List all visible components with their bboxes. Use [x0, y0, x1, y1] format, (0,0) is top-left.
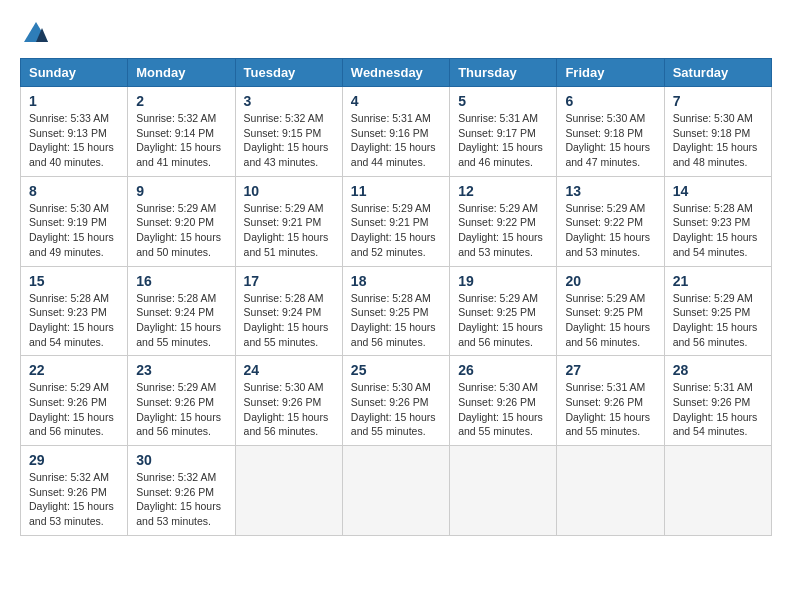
day-info: Sunrise: 5:30 AM Sunset: 9:18 PM Dayligh…	[673, 111, 763, 170]
day-number: 30	[136, 452, 226, 468]
calendar-cell	[235, 446, 342, 536]
calendar-cell: 16Sunrise: 5:28 AM Sunset: 9:24 PM Dayli…	[128, 266, 235, 356]
col-monday: Monday	[128, 59, 235, 87]
calendar-cell: 10Sunrise: 5:29 AM Sunset: 9:21 PM Dayli…	[235, 176, 342, 266]
day-info: Sunrise: 5:30 AM Sunset: 9:26 PM Dayligh…	[458, 380, 548, 439]
day-info: Sunrise: 5:28 AM Sunset: 9:23 PM Dayligh…	[29, 291, 119, 350]
day-info: Sunrise: 5:28 AM Sunset: 9:23 PM Dayligh…	[673, 201, 763, 260]
calendar-header-row: Sunday Monday Tuesday Wednesday Thursday…	[21, 59, 772, 87]
calendar-cell: 26Sunrise: 5:30 AM Sunset: 9:26 PM Dayli…	[450, 356, 557, 446]
calendar-week-row: 8Sunrise: 5:30 AM Sunset: 9:19 PM Daylig…	[21, 176, 772, 266]
day-number: 16	[136, 273, 226, 289]
calendar-cell	[664, 446, 771, 536]
day-info: Sunrise: 5:31 AM Sunset: 9:26 PM Dayligh…	[565, 380, 655, 439]
day-info: Sunrise: 5:28 AM Sunset: 9:24 PM Dayligh…	[244, 291, 334, 350]
day-number: 8	[29, 183, 119, 199]
calendar-cell: 8Sunrise: 5:30 AM Sunset: 9:19 PM Daylig…	[21, 176, 128, 266]
calendar-cell: 24Sunrise: 5:30 AM Sunset: 9:26 PM Dayli…	[235, 356, 342, 446]
day-number: 13	[565, 183, 655, 199]
day-info: Sunrise: 5:32 AM Sunset: 9:26 PM Dayligh…	[29, 470, 119, 529]
day-info: Sunrise: 5:32 AM Sunset: 9:14 PM Dayligh…	[136, 111, 226, 170]
day-info: Sunrise: 5:29 AM Sunset: 9:21 PM Dayligh…	[351, 201, 441, 260]
calendar-cell: 1Sunrise: 5:33 AM Sunset: 9:13 PM Daylig…	[21, 87, 128, 177]
logo	[20, 20, 50, 48]
calendar-cell: 5Sunrise: 5:31 AM Sunset: 9:17 PM Daylig…	[450, 87, 557, 177]
day-number: 21	[673, 273, 763, 289]
calendar-cell: 28Sunrise: 5:31 AM Sunset: 9:26 PM Dayli…	[664, 356, 771, 446]
calendar-cell	[557, 446, 664, 536]
day-info: Sunrise: 5:33 AM Sunset: 9:13 PM Dayligh…	[29, 111, 119, 170]
day-info: Sunrise: 5:32 AM Sunset: 9:15 PM Dayligh…	[244, 111, 334, 170]
day-number: 6	[565, 93, 655, 109]
day-number: 11	[351, 183, 441, 199]
day-number: 19	[458, 273, 548, 289]
day-info: Sunrise: 5:29 AM Sunset: 9:25 PM Dayligh…	[565, 291, 655, 350]
day-info: Sunrise: 5:29 AM Sunset: 9:25 PM Dayligh…	[458, 291, 548, 350]
day-info: Sunrise: 5:31 AM Sunset: 9:26 PM Dayligh…	[673, 380, 763, 439]
day-number: 26	[458, 362, 548, 378]
day-number: 17	[244, 273, 334, 289]
col-tuesday: Tuesday	[235, 59, 342, 87]
calendar-cell: 19Sunrise: 5:29 AM Sunset: 9:25 PM Dayli…	[450, 266, 557, 356]
day-number: 22	[29, 362, 119, 378]
day-number: 10	[244, 183, 334, 199]
calendar-cell: 17Sunrise: 5:28 AM Sunset: 9:24 PM Dayli…	[235, 266, 342, 356]
calendar-cell: 13Sunrise: 5:29 AM Sunset: 9:22 PM Dayli…	[557, 176, 664, 266]
day-number: 14	[673, 183, 763, 199]
calendar-cell: 27Sunrise: 5:31 AM Sunset: 9:26 PM Dayli…	[557, 356, 664, 446]
day-info: Sunrise: 5:28 AM Sunset: 9:24 PM Dayligh…	[136, 291, 226, 350]
col-wednesday: Wednesday	[342, 59, 449, 87]
calendar-week-row: 1Sunrise: 5:33 AM Sunset: 9:13 PM Daylig…	[21, 87, 772, 177]
calendar-cell: 11Sunrise: 5:29 AM Sunset: 9:21 PM Dayli…	[342, 176, 449, 266]
day-number: 27	[565, 362, 655, 378]
logo-icon	[22, 20, 50, 48]
day-info: Sunrise: 5:29 AM Sunset: 9:21 PM Dayligh…	[244, 201, 334, 260]
col-friday: Friday	[557, 59, 664, 87]
calendar-cell: 2Sunrise: 5:32 AM Sunset: 9:14 PM Daylig…	[128, 87, 235, 177]
day-info: Sunrise: 5:29 AM Sunset: 9:26 PM Dayligh…	[29, 380, 119, 439]
day-info: Sunrise: 5:28 AM Sunset: 9:25 PM Dayligh…	[351, 291, 441, 350]
calendar-cell: 30Sunrise: 5:32 AM Sunset: 9:26 PM Dayli…	[128, 446, 235, 536]
day-info: Sunrise: 5:32 AM Sunset: 9:26 PM Dayligh…	[136, 470, 226, 529]
day-number: 2	[136, 93, 226, 109]
day-info: Sunrise: 5:29 AM Sunset: 9:20 PM Dayligh…	[136, 201, 226, 260]
calendar-cell: 6Sunrise: 5:30 AM Sunset: 9:18 PM Daylig…	[557, 87, 664, 177]
day-number: 25	[351, 362, 441, 378]
calendar-week-row: 22Sunrise: 5:29 AM Sunset: 9:26 PM Dayli…	[21, 356, 772, 446]
calendar-cell: 4Sunrise: 5:31 AM Sunset: 9:16 PM Daylig…	[342, 87, 449, 177]
day-number: 18	[351, 273, 441, 289]
day-number: 7	[673, 93, 763, 109]
day-info: Sunrise: 5:30 AM Sunset: 9:26 PM Dayligh…	[351, 380, 441, 439]
day-info: Sunrise: 5:31 AM Sunset: 9:16 PM Dayligh…	[351, 111, 441, 170]
day-info: Sunrise: 5:29 AM Sunset: 9:22 PM Dayligh…	[458, 201, 548, 260]
calendar-cell: 15Sunrise: 5:28 AM Sunset: 9:23 PM Dayli…	[21, 266, 128, 356]
calendar-cell: 3Sunrise: 5:32 AM Sunset: 9:15 PM Daylig…	[235, 87, 342, 177]
day-info: Sunrise: 5:30 AM Sunset: 9:19 PM Dayligh…	[29, 201, 119, 260]
col-sunday: Sunday	[21, 59, 128, 87]
day-number: 28	[673, 362, 763, 378]
calendar-week-row: 29Sunrise: 5:32 AM Sunset: 9:26 PM Dayli…	[21, 446, 772, 536]
col-thursday: Thursday	[450, 59, 557, 87]
day-info: Sunrise: 5:31 AM Sunset: 9:17 PM Dayligh…	[458, 111, 548, 170]
day-number: 9	[136, 183, 226, 199]
calendar-cell: 9Sunrise: 5:29 AM Sunset: 9:20 PM Daylig…	[128, 176, 235, 266]
day-info: Sunrise: 5:29 AM Sunset: 9:22 PM Dayligh…	[565, 201, 655, 260]
day-number: 3	[244, 93, 334, 109]
col-saturday: Saturday	[664, 59, 771, 87]
calendar-cell: 22Sunrise: 5:29 AM Sunset: 9:26 PM Dayli…	[21, 356, 128, 446]
day-number: 23	[136, 362, 226, 378]
calendar-cell: 25Sunrise: 5:30 AM Sunset: 9:26 PM Dayli…	[342, 356, 449, 446]
calendar-cell: 14Sunrise: 5:28 AM Sunset: 9:23 PM Dayli…	[664, 176, 771, 266]
calendar-week-row: 15Sunrise: 5:28 AM Sunset: 9:23 PM Dayli…	[21, 266, 772, 356]
day-info: Sunrise: 5:30 AM Sunset: 9:18 PM Dayligh…	[565, 111, 655, 170]
day-number: 15	[29, 273, 119, 289]
calendar-cell: 7Sunrise: 5:30 AM Sunset: 9:18 PM Daylig…	[664, 87, 771, 177]
calendar-cell	[450, 446, 557, 536]
calendar-cell: 29Sunrise: 5:32 AM Sunset: 9:26 PM Dayli…	[21, 446, 128, 536]
day-number: 20	[565, 273, 655, 289]
calendar-cell: 18Sunrise: 5:28 AM Sunset: 9:25 PM Dayli…	[342, 266, 449, 356]
day-info: Sunrise: 5:30 AM Sunset: 9:26 PM Dayligh…	[244, 380, 334, 439]
calendar-cell: 12Sunrise: 5:29 AM Sunset: 9:22 PM Dayli…	[450, 176, 557, 266]
day-number: 12	[458, 183, 548, 199]
day-number: 29	[29, 452, 119, 468]
